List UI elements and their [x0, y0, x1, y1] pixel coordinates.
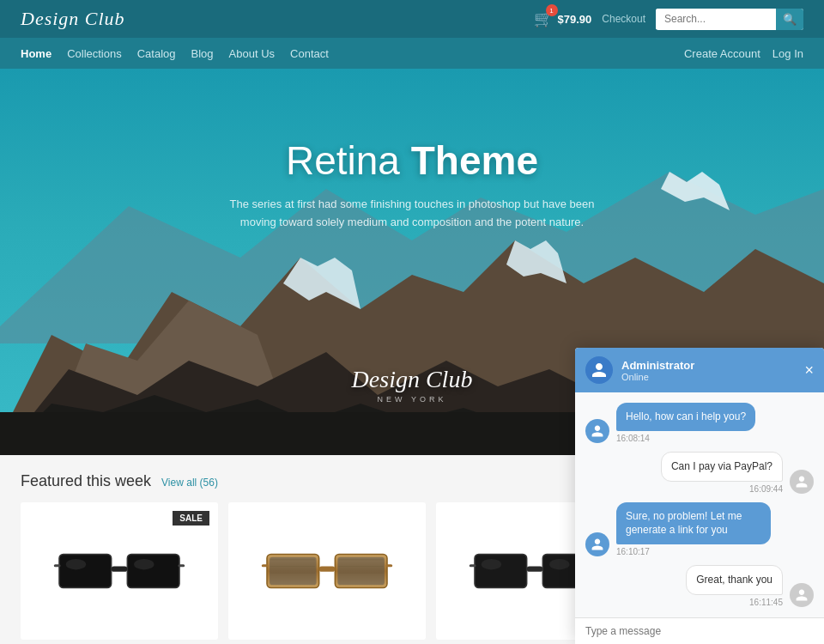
chat-input[interactable] — [585, 625, 814, 637]
chat-close-button[interactable]: × — [804, 362, 814, 378]
chat-admin-avatar — [585, 356, 613, 384]
nav-item-collections[interactable]: Collections — [67, 47, 122, 60]
login-link[interactable]: Log In — [772, 47, 803, 60]
search-input[interactable] — [656, 9, 776, 29]
nav-item-home[interactable]: Home — [21, 47, 52, 60]
cart-icon-wrap: 🛒 1 — [534, 9, 553, 28]
nav-left: Home Collections Catalog Blog About Us C… — [21, 47, 329, 60]
sunglasses-black-icon — [51, 541, 188, 601]
chat-status: Online — [621, 372, 796, 382]
svg-point-15 — [66, 559, 86, 569]
msg-wrap-3: Sure, no problem! Let me generate a link… — [616, 502, 771, 557]
msg-time-2: 16:09:44 — [749, 484, 783, 494]
msg-avatar-admin-2 — [585, 532, 609, 556]
nav-item-about[interactable]: About Us — [229, 47, 275, 60]
top-bar-right: 🛒 1 $79.90 Checkout 🔍 — [534, 9, 803, 30]
nav-item-catalog[interactable]: Catalog — [137, 47, 176, 60]
chat-input-area — [575, 617, 824, 644]
featured-title: Featured this week — [21, 472, 151, 490]
msg-avatar-user-2 — [790, 583, 814, 607]
product-card-1[interactable]: SALE — [21, 502, 218, 640]
msg-bubble-2: Can I pay via PayPal? — [661, 452, 783, 482]
cart-price: $79.90 — [558, 13, 592, 26]
chat-messages: Hello, how can i help you? 16:08:14 Can … — [575, 392, 824, 617]
msg-wrap-1: Hello, how can i help you? 16:08:14 — [616, 403, 755, 443]
svg-point-35 — [482, 559, 501, 569]
svg-rect-28 — [262, 564, 269, 567]
msg-avatar-admin-1 — [585, 419, 609, 443]
chat-header: Administrator Online × — [575, 348, 824, 392]
top-bar: Design Club 🛒 1 $79.90 Checkout 🔍 — [0, 0, 824, 38]
chat-message-4: Great, thank you 16:11:45 — [585, 565, 814, 607]
hero-logo: Design Club NEW YORK — [352, 366, 473, 404]
product-card-2[interactable] — [228, 502, 426, 640]
nav-item-blog[interactable]: Blog — [191, 47, 214, 60]
msg-wrap-4: Great, thank you 16:11:45 — [686, 565, 783, 607]
checkout-link[interactable]: Checkout — [602, 13, 645, 25]
hero-logo-sub: NEW YORK — [352, 395, 473, 404]
hero-logo-text: Design Club — [352, 366, 473, 393]
svg-rect-11 — [127, 555, 179, 588]
nav-item-contact[interactable]: Contact — [290, 47, 329, 60]
chat-message-2: Can I pay via PayPal? 16:09:44 — [585, 452, 814, 494]
msg-bubble-4: Great, thank you — [686, 565, 783, 595]
chat-message-3: Sure, no problem! Let me generate a link… — [585, 502, 814, 557]
hero-title-bold: Theme — [411, 138, 538, 183]
hero-title: Retina Theme — [154, 137, 670, 184]
search-box: 🔍 — [656, 9, 803, 30]
msg-wrap-2: Can I pay via PayPal? 16:09:44 — [661, 452, 783, 494]
chat-message-1: Hello, how can i help you? 16:08:14 — [585, 403, 814, 443]
svg-rect-29 — [385, 564, 392, 567]
sale-badge: SALE — [173, 511, 209, 526]
svg-rect-14 — [178, 564, 185, 567]
chat-header-info: Administrator Online — [621, 359, 796, 382]
hero-title-normal: Retina — [286, 138, 411, 183]
msg-time-3: 16:10:17 — [616, 547, 771, 556]
svg-point-16 — [134, 559, 154, 569]
nav-bar: Home Collections Catalog Blog About Us C… — [0, 38, 824, 69]
msg-time-1: 16:08:14 — [616, 434, 755, 443]
svg-point-36 — [549, 559, 569, 569]
svg-rect-12 — [112, 567, 128, 572]
svg-rect-25 — [270, 557, 316, 586]
msg-bubble-1: Hello, how can i help you? — [616, 403, 755, 431]
svg-rect-33 — [470, 564, 476, 567]
cart-badge: 1 — [546, 4, 558, 16]
msg-avatar-user-1 — [790, 470, 814, 494]
svg-rect-26 — [337, 557, 384, 586]
cart-area[interactable]: 🛒 1 $79.90 — [534, 9, 592, 28]
svg-rect-30 — [475, 555, 527, 588]
chat-widget: Administrator Online × Hello, how can i … — [575, 348, 824, 644]
site-logo: Design Club — [21, 8, 125, 30]
chat-admin-name: Administrator — [621, 359, 796, 372]
hero-subtitle: The series at first had some finishing t… — [215, 196, 609, 232]
sunglasses-wood-icon — [258, 541, 396, 601]
create-account-link[interactable]: Create Account — [684, 47, 760, 60]
svg-rect-27 — [319, 567, 336, 572]
search-button[interactable]: 🔍 — [776, 9, 803, 30]
svg-rect-10 — [59, 555, 112, 588]
nav-right: Create Account Log In — [684, 47, 803, 60]
svg-rect-32 — [527, 567, 543, 572]
hero-content: Retina Theme The series at first had som… — [154, 137, 670, 232]
msg-time-4: 16:11:45 — [749, 598, 783, 607]
msg-bubble-3: Sure, no problem! Let me generate a link… — [616, 502, 771, 545]
view-all-link[interactable]: View all (56) — [161, 477, 218, 489]
svg-rect-13 — [54, 564, 61, 567]
